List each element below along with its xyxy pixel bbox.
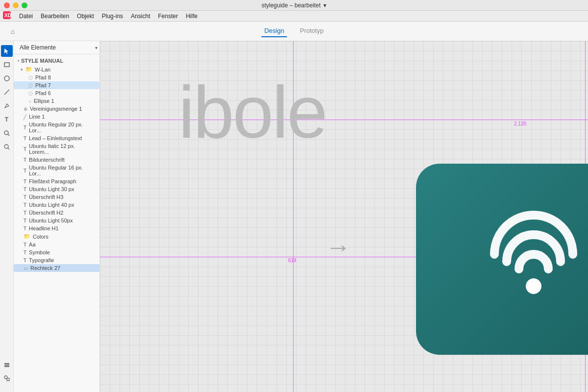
pfad7-label: Pfad 7 (35, 82, 51, 88)
sidebar: ▾ ‹ STYLE MANUAL ▾ 📁 W-Lan ⬡ Pfad 8 ⬡ Pf… (14, 41, 100, 392)
sidebar-item-ubuntu-regular-16[interactable]: T Ubuntu Regular 16 px. Lor... (14, 164, 99, 177)
text-icon-2: T (24, 136, 26, 141)
vereinigungsmenge-label: Vereinigungsmenge 1 (30, 106, 82, 112)
svg-line-9 (8, 148, 9, 150)
text-icon-12: T (24, 226, 26, 231)
text-icon-14: T (24, 250, 26, 255)
sidebar-layer-list: ‹ STYLE MANUAL ▾ 📁 W-Lan ⬡ Pfad 8 ⬡ Pfad… (14, 54, 99, 392)
sidebar-item-bildunterschrift[interactable]: T Bildunterschrift (14, 156, 99, 164)
assets-panel-btn[interactable] (1, 372, 13, 384)
line-icon: ╱ (24, 114, 26, 120)
menu-bar: XD Datei Bearbeiten Objekt Plug-ins Ansi… (0, 11, 588, 22)
icon-rail: T (0, 41, 14, 392)
sidebar-item-ubuntu-italic-12[interactable]: T Ubuntu Italic 12 px. Lorem... (14, 142, 99, 156)
text-icon-6: T (24, 179, 26, 184)
sidebar-item-ubuntu-light-50[interactable]: T Ubuntu Light 50px (14, 217, 99, 224)
sidebar-item-typografie[interactable]: T Typografie (14, 256, 99, 264)
title-chevron[interactable]: ▾ (323, 2, 326, 9)
close-button[interactable] (4, 2, 10, 8)
zoom-tool[interactable] (1, 127, 13, 139)
main-layout: T ▾ ‹ STYLE MANUAL (0, 41, 588, 392)
sidebar-item-uberschrift-h2[interactable]: T Überschrift H2 (14, 209, 99, 217)
path-icon: ⬡ (28, 75, 33, 80)
text-icon-13: T (24, 242, 26, 247)
svg-rect-11 (4, 365, 9, 366)
colors-label: Colors (33, 234, 49, 240)
search-input[interactable] (20, 44, 93, 51)
menu-datei[interactable]: Datei (16, 12, 36, 21)
sidebar-item-ellipse1[interactable]: ○ Ellipse 1 (14, 97, 99, 105)
title-center: styleguide – bearbeitet ▾ (262, 2, 327, 9)
sidebar-item-uberschrift-h3[interactable]: T Überschrift H3 (14, 193, 99, 201)
ubuntu-regular-20-label: Ubuntu Regular 20 px. Lor... (29, 122, 95, 133)
ubuntu-regular-16-label: Ubuntu Regular 16 px. Lor... (29, 165, 95, 176)
minimize-button[interactable] (13, 2, 19, 8)
rechteck27-label: Rechteck 27 (30, 265, 60, 271)
sidebar-item-ubuntu-regular-20[interactable]: T Ubuntu Regular 20 px. Lor... (14, 121, 99, 134)
sidebar-item-ubuntu-light-40[interactable]: T Ubuntu Light 40 px (14, 201, 99, 209)
svg-rect-14 (7, 378, 9, 381)
layers-panel-btn[interactable] (1, 359, 13, 370)
text-icon: T (24, 125, 26, 130)
menu-bearbeiten[interactable]: Bearbeiten (37, 12, 73, 21)
canvas-arrow: → (325, 232, 351, 262)
sidebar-item-rechteck27[interactable]: ▭ Rechteck 27 (14, 264, 99, 272)
svg-rect-12 (4, 366, 9, 367)
home-button[interactable]: ⌂ (6, 24, 20, 38)
line-tool[interactable] (1, 86, 13, 98)
menu-plugins[interactable]: Plug-ins (98, 12, 126, 21)
ellipse-tool[interactable] (1, 73, 13, 84)
text-tool[interactable]: T (1, 114, 13, 125)
ubuntu-light-30-label: Ubuntu Light 30 px (29, 186, 74, 192)
search-global-tool[interactable] (1, 141, 13, 153)
menu-ansicht[interactable]: Ansicht (127, 12, 153, 21)
pen-tool[interactable] (1, 100, 13, 112)
rect-icon: ▭ (24, 266, 28, 271)
maximize-button[interactable] (22, 2, 27, 8)
canvas-area[interactable]: 619 1.000 2.120 645 ibole → (100, 41, 588, 392)
typografie-label: Typografie (29, 257, 54, 263)
sidebar-item-linie1[interactable]: ╱ Linie 1 (14, 113, 99, 121)
menu-hilfe[interactable]: Hilfe (182, 12, 201, 21)
uberschrift-h3-label: Überschrift H3 (29, 194, 63, 200)
pfad8-label: Pfad 8 (35, 74, 51, 80)
sidebar-item-pfad8[interactable]: ⬡ Pfad 8 (14, 74, 99, 81)
tab-design[interactable]: Design (262, 25, 287, 37)
svg-point-8 (4, 145, 8, 148)
symbole-label: Symbole (29, 249, 50, 255)
sidebar-item-vereinigungsmenge[interactable]: ⊕ Vereinigungsmenge 1 (14, 105, 99, 113)
chevron-down-icon: ▾ (21, 67, 23, 72)
sidebar-item-lead[interactable]: T Lead – Einleitungstext (14, 134, 99, 142)
sidebar-item-wlan[interactable]: ▾ 📁 W-Lan (14, 65, 99, 74)
sidebar-item-ubuntu-light-30[interactable]: T Ubuntu Light 30 px (14, 185, 99, 193)
text-icon-9: T (24, 202, 26, 208)
toolbar-tabs: Design Prototyp (262, 25, 327, 37)
text-icon-3: T (24, 147, 26, 152)
sidebar-item-fliestext[interactable]: T Fließtext Paragraph (14, 177, 99, 185)
sidebar-item-headline-h1[interactable]: T Headline H1 (14, 224, 99, 232)
sidebar-item-aa[interactable]: T Aa (14, 241, 99, 248)
text-icon-7: T (24, 187, 26, 192)
style-manual-header[interactable]: ‹ STYLE MANUAL (14, 56, 99, 65)
sidebar-item-colors[interactable]: 📁 Colors (14, 232, 99, 241)
menu-fenster[interactable]: Fenster (154, 12, 181, 21)
tab-prototyp[interactable]: Prototyp (297, 25, 326, 37)
select-tool[interactable] (1, 45, 13, 57)
traffic-lights (4, 2, 27, 8)
svg-point-17 (526, 278, 541, 294)
rectangle-tool[interactable] (1, 59, 13, 71)
search-dropdown-icon[interactable]: ▾ (95, 45, 98, 50)
menu-objekt[interactable]: Objekt (74, 12, 98, 21)
text-icon-5: T (24, 168, 26, 173)
pfad6-label: Pfad 6 (35, 90, 51, 96)
canvas-text-ibole: ibole (178, 75, 326, 149)
sidebar-item-pfad6[interactable]: ⬡ Pfad 6 (14, 89, 99, 97)
sidebar-item-pfad7[interactable]: ⬡ Pfad 7 (14, 81, 99, 89)
uberschrift-h2-label: Überschrift H2 (29, 210, 63, 216)
text-icon-8: T (24, 195, 26, 200)
svg-rect-10 (4, 363, 9, 364)
wlan-label: W-Lan (35, 67, 50, 73)
wifi-card[interactable] (416, 164, 588, 355)
sidebar-item-symbole[interactable]: T Symbole (14, 248, 99, 256)
text-icon-11: T (24, 218, 26, 223)
